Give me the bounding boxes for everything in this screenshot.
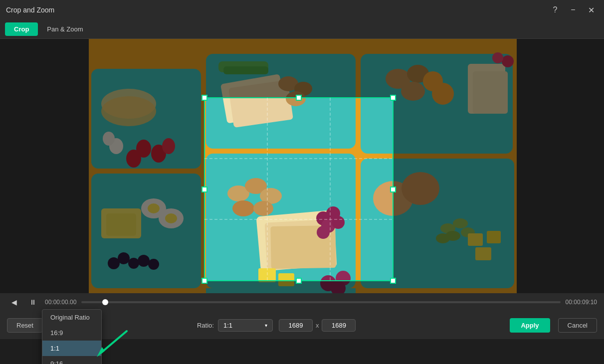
svg-point-45 bbox=[253, 201, 273, 216]
side-panel-right bbox=[517, 39, 604, 293]
timeline-row: ◀ ⏸ 00:00:00.00 00:00:09:10 bbox=[0, 293, 604, 311]
svg-rect-80 bbox=[202, 95, 207, 100]
svg-point-53 bbox=[317, 226, 330, 239]
left-controls: Reset bbox=[7, 318, 43, 333]
tabs-row: Crop Pan & Zoom bbox=[0, 20, 604, 39]
dropdown-item-original[interactable]: Original Ratio bbox=[42, 310, 101, 325]
action-buttons: Apply Cancel bbox=[510, 318, 597, 333]
svg-point-52 bbox=[332, 216, 345, 229]
svg-rect-71 bbox=[89, 39, 517, 98]
reset-button[interactable]: Reset bbox=[7, 318, 43, 333]
svg-rect-74 bbox=[393, 98, 517, 281]
ratio-label: Ratio: bbox=[197, 322, 214, 329]
svg-rect-84 bbox=[296, 95, 301, 100]
svg-rect-83 bbox=[391, 278, 396, 283]
cancel-button[interactable]: Cancel bbox=[558, 318, 597, 333]
tab-pan-zoom[interactable]: Pan & Zoom bbox=[38, 22, 92, 36]
end-time-label: 00:00:09:10 bbox=[566, 299, 597, 306]
ratio-dropdown-menu[interactable]: Original Ratio 16:9 1:1 9:16 4:3 3:4 21:… bbox=[42, 309, 102, 364]
dropdown-item-1-1[interactable]: 1:1 bbox=[42, 341, 101, 356]
size-inputs: x bbox=[279, 319, 356, 332]
timeline-thumb[interactable] bbox=[102, 299, 108, 305]
canvas-area bbox=[0, 39, 604, 293]
svg-marker-89 bbox=[97, 347, 105, 357]
svg-rect-73 bbox=[89, 98, 204, 281]
window-controls: ? − ✕ bbox=[548, 3, 598, 17]
play-pause-button[interactable]: ⏸ bbox=[26, 295, 40, 309]
svg-line-88 bbox=[101, 331, 127, 353]
dropdown-item-16-9[interactable]: 16:9 bbox=[42, 325, 101, 341]
svg-rect-82 bbox=[202, 278, 207, 283]
side-panel-left bbox=[0, 39, 89, 293]
window-title: Crop and Zoom bbox=[6, 6, 54, 14]
ratio-controls: Ratio: 1:1 ▾ x bbox=[197, 319, 356, 332]
svg-rect-87 bbox=[391, 187, 396, 192]
timeline-track[interactable] bbox=[81, 301, 560, 303]
svg-rect-72 bbox=[89, 281, 517, 293]
svg-rect-86 bbox=[202, 187, 207, 192]
width-input[interactable] bbox=[279, 319, 313, 332]
title-bar: Crop and Zoom ? − ✕ bbox=[0, 0, 604, 20]
arrow-indicator bbox=[95, 323, 135, 363]
dropdown-item-9-16[interactable]: 9:16 bbox=[42, 356, 101, 364]
ratio-value: 1:1 bbox=[223, 322, 232, 329]
size-separator: x bbox=[316, 322, 319, 329]
svg-rect-81 bbox=[391, 95, 396, 100]
chevron-down-icon: ▾ bbox=[265, 323, 267, 328]
food-image bbox=[89, 39, 517, 293]
minimize-button[interactable]: − bbox=[566, 3, 580, 17]
apply-button[interactable]: Apply bbox=[510, 318, 550, 333]
svg-point-44 bbox=[232, 200, 254, 216]
ratio-select[interactable]: 1:1 ▾ bbox=[218, 319, 273, 332]
help-button[interactable]: ? bbox=[548, 3, 562, 17]
svg-rect-85 bbox=[296, 278, 301, 283]
start-time-label: 00:00:00.00 bbox=[45, 299, 76, 306]
prev-button[interactable]: ◀ bbox=[7, 295, 21, 309]
close-button[interactable]: ✕ bbox=[584, 3, 598, 17]
height-input[interactable] bbox=[322, 319, 356, 332]
tab-crop[interactable]: Crop bbox=[5, 22, 38, 36]
